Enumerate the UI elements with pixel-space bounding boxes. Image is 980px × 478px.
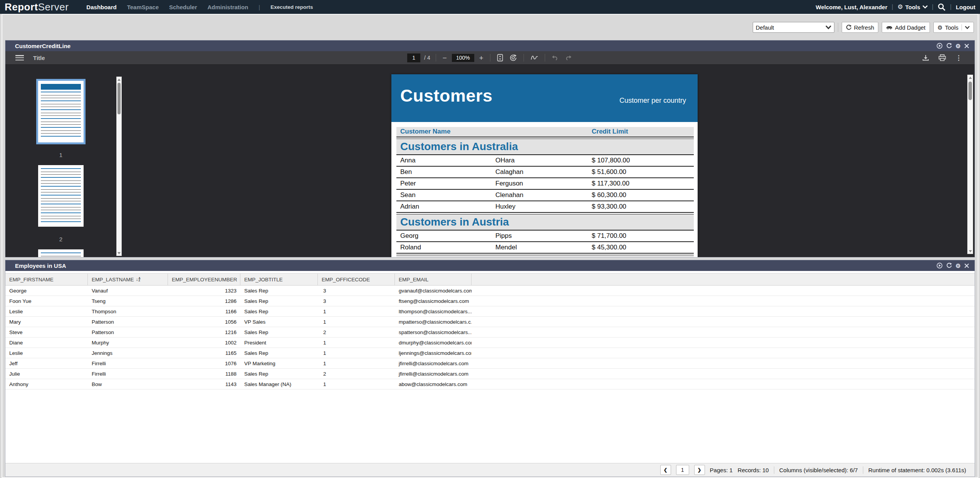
report-data-row: RolandMendel$ 45,300.00 [396,242,694,254]
emp-firstname: Anthony [5,379,88,389]
toggle-sidebar-icon[interactable] [15,55,24,60]
reload-dadget-icon[interactable] [946,43,952,49]
thumbnail-label: 2 [59,236,62,242]
table-page-input[interactable] [676,465,689,475]
customer-last-name: OHara [495,157,592,164]
column-header-emp_officecode[interactable]: EMP_OFFICECODE [318,274,395,285]
close-dadget-icon[interactable] [964,43,969,48]
reload-dadget-icon[interactable] [946,262,952,269]
column-header-filler [472,274,975,285]
emp-firstname: Diane [5,338,88,348]
scroll-up-arrow[interactable] [117,77,121,82]
customer-last-name: Calaghan [495,168,592,176]
undo-icon[interactable] [550,55,560,60]
column-header-label: EMP_EMAIL [399,277,428,282]
column-header-label: EMP_EMPLOYEENUMBER [172,277,237,282]
emp-officecode: 3 [318,296,395,306]
employees-table-container: EMP_FIRSTNAMEEMP_LASTNAME↓AZEMP_EMPLOYEE… [5,271,975,476]
logout-link[interactable]: Logout [956,4,975,10]
nav-item-executed-reports[interactable]: Executed reports [270,4,313,10]
table-row[interactable]: DianeMurphy1002President1dmurphy@classic… [5,338,975,348]
table-row[interactable]: MaryPatterson1056VP Sales1mpatterso@clas… [5,317,975,327]
column-header-emp_firstname[interactable]: EMP_FIRSTNAME [5,274,88,285]
dadget-settings-gear-icon[interactable]: ⚙ [956,263,961,269]
page-thumbnail-2[interactable] [38,165,84,227]
sort-ascending-icon: ↓AZ [136,277,141,282]
ink-annotation-icon[interactable] [529,55,539,61]
column-header-emp_lastname[interactable]: EMP_LASTNAME↓AZ [88,274,168,285]
runtime-label: Runtime of statement: 0.002s (3.611s) [868,467,966,473]
scroll-up-arrow[interactable] [968,75,973,80]
close-dadget-icon[interactable] [964,263,969,268]
customer-last-name: Mendel [495,244,592,251]
execute-report-icon[interactable] [936,43,943,49]
emp-employeenumber: 1323 [168,286,240,296]
search-icon[interactable] [938,3,946,11]
rotate-page-icon[interactable] [508,54,518,62]
emp-lastname: Thompson [88,306,168,316]
divider: | [950,3,951,10]
next-page-button[interactable]: ❯ [694,465,705,475]
thumbnail-label: 1 [59,152,62,158]
redo-icon[interactable] [564,55,573,60]
report-data-row: BenCalaghan$ 51,600.00 [396,167,694,178]
download-icon[interactable] [921,54,930,61]
table-row[interactable]: LeslieJennings1165Sales Rep1ljennings@cl… [5,348,975,358]
zoom-out-button[interactable]: − [441,54,448,62]
menu-divider: | [258,4,260,10]
table-row[interactable]: GeorgeVanauf1323Sales Rep3gvanauf@classi… [5,286,975,296]
dadget-settings-gear-icon[interactable]: ⚙ [956,43,961,49]
chevron-down-icon [923,5,928,9]
emp-employeenumber: 1166 [168,306,240,316]
scrollbar-thumb[interactable] [968,82,972,100]
table-row[interactable]: AnthonyBow1143Sales Manager (NA)1abow@cl… [5,379,975,389]
app-logo[interactable]: ReportServer [5,0,69,14]
table-row[interactable]: StevePatterson1216Sales Rep2spatterson@c… [5,327,975,338]
dashboard-layout-select[interactable]: Default [753,22,834,33]
column-header-emp_employeenumber[interactable]: EMP_EMPLOYEENUMBER [168,274,240,285]
page-count-label: / 4 [424,55,430,61]
pdf-viewer-scrollbar[interactable] [967,75,973,254]
report-data-row: SeanClenahan$ 60,300.00 [396,190,694,201]
column-header-emp_email[interactable]: EMP_EMAIL [395,274,472,285]
emp-lastname: Firrelli [88,369,168,379]
nav-item-dashboard[interactable]: Dashboard [86,4,116,10]
fit-page-icon[interactable] [496,54,504,62]
divider: | [932,3,933,10]
add-dadget-button[interactable]: Add Dadget [882,22,930,33]
thumbnail-scrollbar[interactable] [116,77,122,256]
more-options-kebab-icon[interactable]: ⋮ [954,55,963,61]
column-header-emp_jobtitle[interactable]: EMP_JOBTITLE [240,274,318,285]
page-thumbnail-3[interactable] [38,249,84,257]
execute-report-icon[interactable] [936,262,943,269]
zoom-level-select[interactable]: 100% [452,54,474,62]
scroll-down-arrow[interactable] [968,249,973,254]
nav-item-teamspace[interactable]: TeamSpace [127,4,159,10]
page-thumbnail-1[interactable] [38,81,84,142]
table-row[interactable]: LeslieThompson1166Sales Rep1lthompson@cl… [5,306,975,317]
refresh-button[interactable]: Refresh [842,22,879,33]
pdf-doc-title: Title [33,55,45,61]
page-number-input[interactable] [407,53,420,62]
table-row[interactable]: Foon YueTseng1286Sales Rep3ftseng@classi… [5,296,975,306]
table-row[interactable]: JulieFirrelli1188Sales Rep2jfirrelli@cla… [5,369,975,379]
dadget-title: CustomerCreditLine [15,43,70,49]
nav-item-administration[interactable]: Administration [208,4,248,10]
dashboard-tools-button[interactable]: ⚙ Tools [933,22,974,33]
column-customer-name: Customer Name [400,128,450,135]
emp-lastname: Bow [88,379,168,389]
divider [774,466,774,474]
zoom-in-button[interactable]: + [478,54,485,62]
previous-page-button[interactable]: ❮ [660,465,671,475]
nav-tools-menu[interactable]: ⚙ Tools [898,4,928,10]
emp-email: abow@classicmodelcars.com [395,379,472,389]
pdf-page-1: Customers Customer per country Customer … [391,74,698,257]
scroll-down-arrow[interactable] [117,251,121,256]
nav-item-scheduler[interactable]: Scheduler [169,4,197,10]
table-row[interactable]: JeffFirrelli1076VP Marketing1jfirrelli@c… [5,358,975,369]
emp-email: spatterson@classicmodelcars.... [395,327,472,337]
emp-officecode: 1 [318,348,395,358]
emp-email: ftseng@classicmodelcars.com [395,296,472,306]
print-icon[interactable] [937,54,947,61]
scrollbar-thumb[interactable] [117,83,121,114]
